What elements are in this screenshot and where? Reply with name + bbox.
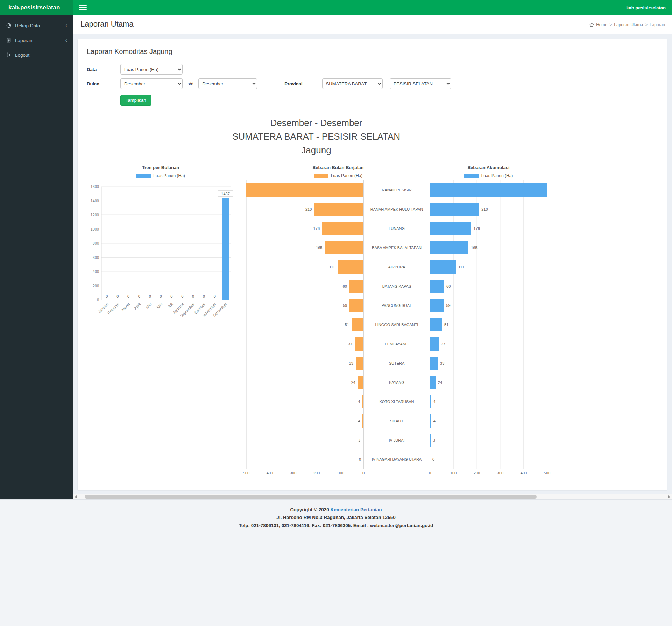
akumulasi-bar — [430, 414, 431, 428]
category-label: LUNANG — [363, 219, 430, 238]
sebaran-row: 0IV NAGARI BAYANG UTARA0 — [246, 450, 547, 469]
svg-text:200: 200 — [93, 284, 99, 288]
bulan-berjalan-bar-cell: 0 — [246, 450, 363, 469]
bar-value-label: 33 — [349, 361, 353, 365]
scroll-right-arrow-icon[interactable] — [668, 495, 670, 498]
bulan-berjalan-bar — [325, 241, 363, 254]
akumulasi-bar — [430, 337, 439, 351]
hamburger-menu-icon[interactable] — [79, 3, 87, 12]
sebaran-row: 37LENGAYANG37 — [246, 334, 547, 353]
category-label: RANAH AMPEK HULU TAPAN — [363, 199, 430, 219]
tren-legend-swatch — [136, 174, 151, 178]
category-label: BASA AMPEK BALAI TAPAN — [363, 238, 430, 257]
tampilkan-button[interactable]: Tampilkan — [120, 95, 151, 106]
sebaran-row: 4SILAUT4 — [246, 411, 547, 430]
kementerian-pertanian-link[interactable]: Kementerian Pertanian — [330, 507, 382, 512]
category-label: PANCUNG SOAL — [363, 296, 430, 315]
x-tick-label: 0 — [362, 471, 365, 475]
x-tick-label: 400 — [267, 471, 273, 475]
bulan-berjalan-bar-cell: 24 — [246, 373, 363, 392]
chart-sebaran: Sebaran Bulan Berjalan Luas Panen (Ha) S… — [246, 165, 547, 479]
akumulasi-bar-cell: 24 — [430, 373, 547, 392]
akumulasi-bar-cell: 33 — [430, 353, 547, 373]
horizontal-scrollbar[interactable] — [73, 494, 672, 499]
akumulasi-legend[interactable]: Luas Panen (Ha) — [430, 173, 547, 178]
sebaran-row: 500RANAH PESISIR500 — [246, 180, 547, 199]
bulan-to-select[interactable]: Desember — [198, 78, 257, 89]
navbar: kab.pesisirselatan — [73, 0, 672, 15]
bar-value-label: 0 — [359, 457, 361, 462]
tren-legend-label: Luas Panen (Ha) — [153, 173, 185, 178]
akumulasi-bar-cell: 4 — [430, 392, 547, 411]
category-label: IV JURAI — [363, 430, 430, 450]
sidebar-logo[interactable]: kab.pesisirselatan — [0, 0, 73, 15]
akumulasi-bar-cell: 500 — [430, 180, 547, 199]
bar-value-label: 51 — [345, 323, 349, 327]
sebaran-row: 111AIRPURA111 — [246, 257, 547, 276]
bar-value-label: 59 — [446, 303, 450, 308]
sidebar-item-logout[interactable]: Logout — [0, 48, 73, 62]
bulan-berjalan-bar — [358, 376, 363, 389]
akumulasi-bar-cell: 111 — [430, 257, 547, 276]
bar-value-label: 176 — [313, 226, 320, 231]
footer-copyright: Copyright © 2020 Kementerian Pertanian — [0, 506, 672, 514]
scrollbar-thumb[interactable] — [85, 495, 537, 499]
tren-chart-title: Tren per Bulanan — [85, 165, 236, 170]
bulan-berjalan-legend-label: Luas Panen (Ha) — [331, 173, 363, 178]
svg-text:0: 0 — [106, 294, 108, 298]
breadcrumb-laporan: Laporan — [650, 22, 665, 27]
svg-text:0: 0 — [97, 298, 99, 302]
kabupaten-select[interactable]: PESISIR SELATAN — [390, 78, 451, 89]
bar-value-label: 176 — [474, 226, 480, 231]
bar-value-label: 4 — [433, 419, 436, 423]
bulan-berjalan-bar — [322, 222, 363, 235]
x-tick-label: 400 — [521, 471, 527, 475]
pie-chart-icon — [6, 23, 12, 28]
sebaran-row: 176LUNANG176 — [246, 219, 547, 238]
akumulasi-bar — [430, 357, 438, 370]
sd-label: s/d — [188, 81, 193, 86]
akumulasi-chart-title: Sebaran Akumulasi — [430, 165, 547, 170]
data-select[interactable]: Luas Panen (Ha) — [120, 64, 183, 75]
sebaran-row: 4KOTO XI TARUSAN4 — [246, 392, 547, 411]
akumulasi-bar-cell: 51 — [430, 315, 547, 334]
sidebar-item-rekap-data[interactable]: Rekap Data ‹ — [0, 18, 73, 33]
breadcrumb-laporan-utama[interactable]: Laporan Utama — [614, 22, 643, 27]
bar-value-label: 60 — [446, 284, 451, 288]
bar-value-label: 60 — [343, 284, 347, 288]
svg-text:0: 0 — [214, 294, 216, 298]
bulan-berjalan-bar — [352, 318, 363, 331]
tren-legend[interactable]: Luas Panen (Ha) — [85, 173, 236, 178]
akumulasi-bar — [430, 280, 444, 293]
svg-text:400: 400 — [93, 269, 99, 274]
bar-value-label: 24 — [438, 380, 442, 385]
svg-text:Mei: Mei — [145, 302, 152, 309]
breadcrumb-home[interactable]: Home — [596, 22, 607, 27]
x-tick-label: 0 — [429, 471, 431, 475]
category-label: AIRPURA — [363, 257, 430, 276]
bar-value-label: 165 — [471, 246, 477, 250]
bulan-berjalan-bar-cell: 176 — [246, 219, 363, 238]
chart-section: Desember - Desember SUMATERA BARAT - PES… — [85, 116, 547, 479]
sidebar-item-label: Logout — [15, 52, 29, 58]
bar-value-label: 33 — [440, 361, 444, 365]
bulan-from-select[interactable]: Desember — [120, 78, 183, 89]
akumulasi-bar — [430, 222, 471, 235]
akumulasi-bar — [430, 395, 431, 408]
chevron-left-icon: ‹ — [65, 37, 67, 43]
bar-value-label: 59 — [343, 303, 347, 308]
scroll-left-arrow-icon[interactable] — [75, 495, 77, 498]
navbar-brand[interactable]: kab.pesisirselatan — [626, 5, 666, 10]
category-label: BAYANG — [363, 373, 430, 392]
sidebar: Rekap Data ‹ Laporan ‹ Logout — [0, 15, 73, 499]
svg-text:Juni: Juni — [155, 302, 163, 310]
bar-value-label: 4 — [358, 419, 360, 423]
bulan-berjalan-legend[interactable]: Luas Panen (Ha) — [246, 173, 430, 178]
bulan-berjalan-bar-cell: 60 — [246, 276, 363, 296]
akumulasi-bar — [430, 434, 431, 447]
x-tick-label: 500 — [243, 471, 249, 475]
akumulasi-bar-cell: 4 — [430, 411, 547, 430]
footer-copyright-text: Copyright © 2020 — [290, 507, 330, 512]
sidebar-item-laporan[interactable]: Laporan ‹ — [0, 33, 73, 48]
provinsi-select[interactable]: SUMATERA BARAT — [322, 78, 383, 89]
